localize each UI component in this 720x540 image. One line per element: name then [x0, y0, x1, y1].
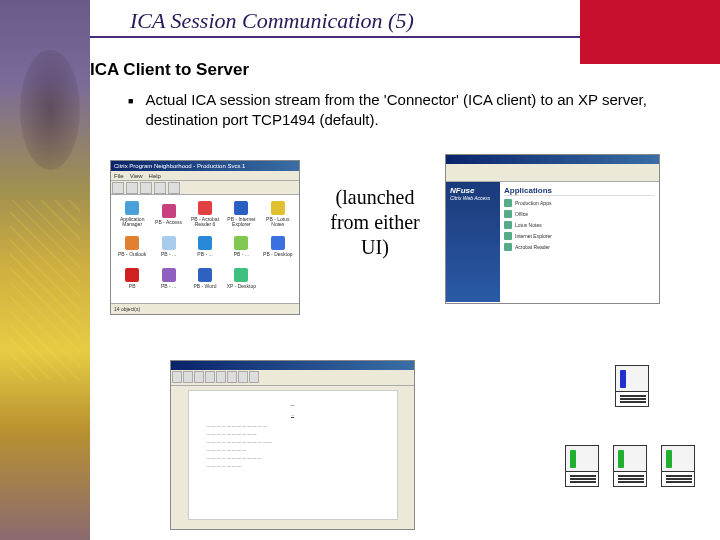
pn-menu-help[interactable]: Help [149, 171, 161, 180]
app-server-icon [661, 445, 695, 487]
nfuse-browser-window: NFuse Citrix Web Access Applications Pro… [445, 154, 660, 304]
app-icon [234, 268, 248, 282]
app-label: PB - ... [234, 252, 249, 257]
nf-app-label: Acrobat Reader [515, 244, 550, 250]
doc-titlebar [171, 361, 414, 370]
app-label: PB - ... [161, 252, 176, 257]
doc-toolbar-button[interactable] [205, 371, 215, 383]
pn-toolbar-button[interactable] [154, 182, 166, 194]
pn-app-icon[interactable]: PB - Internet Explorer [224, 199, 258, 229]
pn-menu-file[interactable]: File [114, 171, 124, 180]
nf-body: NFuse Citrix Web Access Applications Pro… [446, 182, 659, 302]
nf-app-icon [504, 243, 512, 251]
app-icon [125, 201, 139, 215]
pn-app-icon[interactable]: PB - Access [151, 199, 185, 229]
pn-app-icon[interactable]: PB - Desktop [261, 231, 295, 261]
program-neighborhood-window: Citrix Program Neighborhood - Production… [110, 160, 300, 315]
app-icon [125, 236, 139, 250]
strip-figure [20, 50, 80, 170]
launched-caption: (launched from either UI) [315, 185, 435, 260]
bullet-marker: ■ [128, 90, 133, 112]
pn-statusbar: 14 object(s) [111, 303, 299, 313]
nfuse-brand-sub: Citrix Web Access [450, 195, 496, 201]
pn-toolbar-button[interactable] [126, 182, 138, 194]
doc-subheading: ... [207, 412, 379, 418]
pn-toolbar [111, 181, 299, 195]
app-label: PB - Desktop [263, 252, 292, 257]
nf-titlebar [446, 155, 659, 164]
app-server-icon [565, 445, 599, 487]
app-icon [162, 204, 176, 218]
pn-app-icon[interactable]: XP - Desktop [224, 263, 258, 293]
app-label: Application Manager [115, 217, 149, 227]
app-label: PB - ... [161, 284, 176, 289]
bullet-row: ■ Actual ICA session stream from the 'Co… [128, 90, 700, 129]
bullet-text: Actual ICA session stream from the 'Conn… [145, 90, 700, 129]
nf-app-label: Lotus Notes [515, 222, 542, 228]
app-icon [198, 268, 212, 282]
app-icon [162, 236, 176, 250]
nf-app-icon [504, 210, 512, 218]
app-server-icon [613, 445, 647, 487]
app-icon [198, 201, 212, 215]
pn-titlebar: Citrix Program Neighborhood - Production… [111, 161, 299, 171]
nf-app-row[interactable]: Production Apps [504, 199, 655, 207]
pn-app-icon[interactable]: PB - Word [188, 263, 222, 293]
doc-toolbar-button[interactable] [172, 371, 182, 383]
app-icon [198, 236, 212, 250]
nf-toolbar [446, 164, 659, 182]
doc-toolbar-button[interactable] [238, 371, 248, 383]
pn-app-icon[interactable]: PB - ... [151, 263, 185, 293]
pn-menubar: File View Help [111, 171, 299, 181]
nf-app-row[interactable]: Office [504, 210, 655, 218]
nf-app-icon [504, 221, 512, 229]
doc-toolbar-button[interactable] [227, 371, 237, 383]
app-label: PB - ... [197, 252, 212, 257]
app-label: PB - Internet Explorer [224, 217, 258, 227]
pn-app-icon[interactable]: PB [115, 263, 149, 293]
app-icon [271, 201, 285, 215]
pn-toolbar-button[interactable] [140, 182, 152, 194]
app-label: PB - Outlook [118, 252, 146, 257]
pn-app-icon[interactable]: PB - Lotus Notes [261, 199, 295, 229]
pn-menu-view[interactable]: View [130, 171, 143, 180]
nfuse-brand: NFuse [450, 186, 474, 195]
doc-toolbar-button[interactable] [216, 371, 226, 383]
pn-toolbar-button[interactable] [168, 182, 180, 194]
strip-texture [10, 200, 80, 380]
app-label: PB - Access [155, 220, 182, 225]
launched-app-window: ... ... — — — — — — — — — — — — — — — — … [170, 360, 415, 530]
doc-toolbar-button[interactable] [194, 371, 204, 383]
pn-icon-grid: Application ManagerPB - AccessPB - Acrob… [111, 195, 299, 303]
content-area: ICA Client to Server ■ Actual ICA sessio… [90, 60, 700, 145]
pn-app-icon[interactable]: Application Manager [115, 199, 149, 229]
app-icon [271, 236, 285, 250]
pn-app-icon[interactable]: PB - ... [224, 231, 258, 261]
app-icon [234, 236, 248, 250]
nf-app-label: Office [515, 211, 528, 217]
nf-app-row[interactable]: Internet Explorer [504, 232, 655, 240]
nf-app-icon [504, 199, 512, 207]
decorative-left-strip [0, 0, 90, 540]
doc-toolbar-button[interactable] [183, 371, 193, 383]
pn-app-icon[interactable]: PB - ... [151, 231, 185, 261]
title-accent-block [580, 0, 720, 64]
doc-toolbar-button[interactable] [249, 371, 259, 383]
app-label: PB - Word [194, 284, 217, 289]
nf-app-row[interactable]: Lotus Notes [504, 221, 655, 229]
pn-app-icon[interactable]: PB - Acrobat Reader 6 [188, 199, 222, 229]
app-label: PB - Acrobat Reader 6 [188, 217, 222, 227]
pn-toolbar-button[interactable] [112, 182, 124, 194]
nf-app-row[interactable]: Acrobat Reader [504, 243, 655, 251]
pn-app-icon[interactable]: PB - Outlook [115, 231, 149, 261]
app-icon [125, 268, 139, 282]
app-label: PB - Lotus Notes [261, 217, 295, 227]
slide-title: ICA Session Communication (5) [90, 8, 414, 34]
doc-toolbar [171, 370, 414, 386]
database-server-icon [615, 365, 649, 407]
doc-page: ... ... — — — — — — — — — — — — — — — — … [188, 390, 398, 520]
pn-app-icon[interactable]: PB - ... [188, 231, 222, 261]
app-icon [162, 268, 176, 282]
nf-app-label: Production Apps [515, 200, 551, 206]
nf-apps-heading: Applications [504, 186, 655, 196]
